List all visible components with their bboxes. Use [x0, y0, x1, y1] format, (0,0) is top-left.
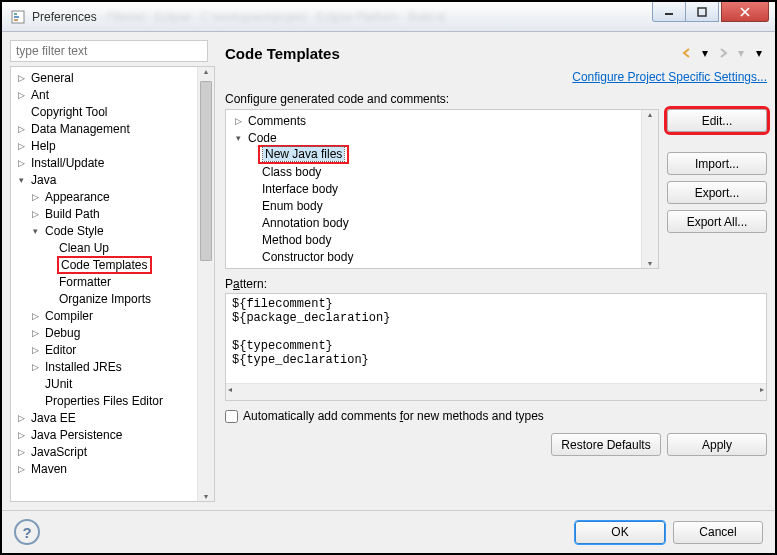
- auto-comments-label: Automatically add comments for new metho…: [243, 409, 544, 423]
- tree-item[interactable]: ▷JUnit: [11, 375, 197, 392]
- minimize-button[interactable]: [652, 2, 686, 22]
- close-button[interactable]: [721, 2, 769, 22]
- triangle-right-icon[interactable]: ▷: [15, 72, 27, 84]
- tree-item[interactable]: ▷Organize Imports: [11, 290, 197, 307]
- tree-scrollbar[interactable]: [197, 67, 214, 501]
- view-menu-icon[interactable]: ▾: [751, 45, 767, 61]
- triangle-right-icon[interactable]: ▷: [15, 157, 27, 169]
- preferences-tree[interactable]: ▷General▷Ant▷Copyright Tool▷Data Managem…: [11, 67, 197, 501]
- auto-comments-checkbox[interactable]: [225, 410, 238, 423]
- tree-item-label: Properties Files Editor: [43, 394, 165, 408]
- maximize-button[interactable]: [685, 2, 719, 22]
- tree-item[interactable]: ▷Ant: [11, 86, 197, 103]
- tree-item[interactable]: ▷Code Templates: [11, 256, 197, 273]
- triangle-right-icon[interactable]: ▷: [15, 140, 27, 152]
- triangle-right-icon[interactable]: ▷: [29, 191, 41, 203]
- svg-rect-1: [14, 13, 17, 15]
- tree-item[interactable]: ▷Install/Update: [11, 154, 197, 171]
- tree-item[interactable]: ▷Properties Files Editor: [11, 392, 197, 409]
- nav-back-icon[interactable]: [679, 45, 695, 61]
- tree-item-label: Formatter: [57, 275, 113, 289]
- triangle-right-icon[interactable]: ▷: [15, 412, 27, 424]
- triangle-right-icon[interactable]: ▷: [15, 463, 27, 475]
- template-item[interactable]: ▷Class body: [226, 163, 641, 180]
- nav-back-menu-icon[interactable]: ▾: [697, 45, 713, 61]
- triangle-right-icon[interactable]: ▷: [29, 344, 41, 356]
- triangle-right-icon[interactable]: ▷: [15, 446, 27, 458]
- export-all-button[interactable]: Export All...: [667, 210, 767, 233]
- edit-button[interactable]: Edit...: [667, 109, 767, 132]
- tree-item-label: Ant: [29, 88, 51, 102]
- pattern-hscrollbar[interactable]: [226, 383, 766, 400]
- tree-item[interactable]: ▷Compiler: [11, 307, 197, 324]
- tree-item-label: Help: [29, 139, 58, 153]
- tree-item[interactable]: ▷Appearance: [11, 188, 197, 205]
- templates-tree[interactable]: ▷Comments▾Code▷New Java files▷Class body…: [226, 110, 641, 268]
- help-icon[interactable]: ?: [14, 519, 40, 545]
- titlebar: Preferences - Filtered - Eclipse - C:\wo…: [2, 2, 775, 32]
- import-button[interactable]: Import...: [667, 152, 767, 175]
- template-item-label: Code: [246, 131, 279, 145]
- template-item-label: Enum body: [260, 199, 325, 213]
- template-item[interactable]: ▷Interface body: [226, 180, 641, 197]
- template-item-label: Constructor body: [260, 250, 355, 264]
- tree-item[interactable]: ▷Copyright Tool: [11, 103, 197, 120]
- templates-scrollbar[interactable]: [641, 110, 658, 268]
- triangle-right-icon[interactable]: ▷: [15, 89, 27, 101]
- svg-rect-2: [14, 16, 19, 18]
- template-item[interactable]: ▷Comments: [226, 112, 641, 129]
- tree-item[interactable]: ▾Code Style: [11, 222, 197, 239]
- triangle-right-icon[interactable]: ▷: [29, 310, 41, 322]
- template-item[interactable]: ▷New Java files: [226, 146, 641, 163]
- tree-item[interactable]: ▷Build Path: [11, 205, 197, 222]
- tree-item-label: Data Management: [29, 122, 132, 136]
- tree-item[interactable]: ▷Maven: [11, 460, 197, 477]
- triangle-down-icon[interactable]: ▾: [232, 133, 244, 143]
- tree-item[interactable]: ▷Clean Up: [11, 239, 197, 256]
- tree-item[interactable]: ▷Formatter: [11, 273, 197, 290]
- template-item[interactable]: ▷Method body: [226, 231, 641, 248]
- triangle-right-icon[interactable]: ▷: [15, 123, 27, 135]
- tree-item[interactable]: ▾Java: [11, 171, 197, 188]
- tree-item[interactable]: ▷Editor: [11, 341, 197, 358]
- tree-item-label: Debug: [43, 326, 82, 340]
- configure-project-link[interactable]: Configure Project Specific Settings...: [572, 70, 767, 84]
- window-title: Preferences - Filtered - Eclipse - C:\wo…: [32, 10, 652, 24]
- tree-item[interactable]: ▷Data Management: [11, 120, 197, 137]
- tree-item[interactable]: ▷Java Persistence: [11, 426, 197, 443]
- tree-item[interactable]: ▷JavaScript: [11, 443, 197, 460]
- triangle-down-icon[interactable]: ▾: [15, 174, 27, 186]
- triangle-down-icon[interactable]: ▾: [29, 225, 41, 237]
- pattern-textarea[interactable]: ${filecomment} ${package_declaration} ${…: [226, 294, 766, 383]
- apply-button[interactable]: Apply: [667, 433, 767, 456]
- preferences-window: Preferences - Filtered - Eclipse - C:\wo…: [2, 2, 775, 553]
- tree-item-label: Code Style: [43, 224, 106, 238]
- tree-item-label: Compiler: [43, 309, 95, 323]
- template-item[interactable]: ▷Annotation body: [226, 214, 641, 231]
- triangle-right-icon[interactable]: ▷: [29, 327, 41, 339]
- filter-input[interactable]: [10, 40, 208, 62]
- triangle-right-icon[interactable]: ▷: [29, 208, 41, 220]
- tree-item[interactable]: ▷General: [11, 69, 197, 86]
- template-item[interactable]: ▾Code: [226, 129, 641, 146]
- nav-fwd-icon[interactable]: [715, 45, 731, 61]
- tree-item[interactable]: ▷Debug: [11, 324, 197, 341]
- tree-item[interactable]: ▷Java EE: [11, 409, 197, 426]
- tree-item[interactable]: ▷Help: [11, 137, 197, 154]
- ok-button[interactable]: OK: [575, 521, 665, 544]
- tree-item[interactable]: ▷Installed JREs: [11, 358, 197, 375]
- triangle-right-icon[interactable]: ▷: [15, 429, 27, 441]
- template-item[interactable]: ▷Enum body: [226, 197, 641, 214]
- configure-label: Configure generated code and comments:: [225, 92, 767, 106]
- template-item[interactable]: ▷Constructor body: [226, 248, 641, 265]
- export-button[interactable]: Export...: [667, 181, 767, 204]
- nav-fwd-menu-icon[interactable]: ▾: [733, 45, 749, 61]
- cancel-button[interactable]: Cancel: [673, 521, 763, 544]
- triangle-right-icon[interactable]: ▷: [232, 116, 244, 126]
- triangle-right-icon[interactable]: ▷: [29, 361, 41, 373]
- template-item-label: Class body: [260, 165, 323, 179]
- tree-item-label: JavaScript: [29, 445, 89, 459]
- restore-defaults-button[interactable]: Restore Defaults: [551, 433, 661, 456]
- tree-item-label: Build Path: [43, 207, 102, 221]
- svg-rect-5: [698, 8, 706, 16]
